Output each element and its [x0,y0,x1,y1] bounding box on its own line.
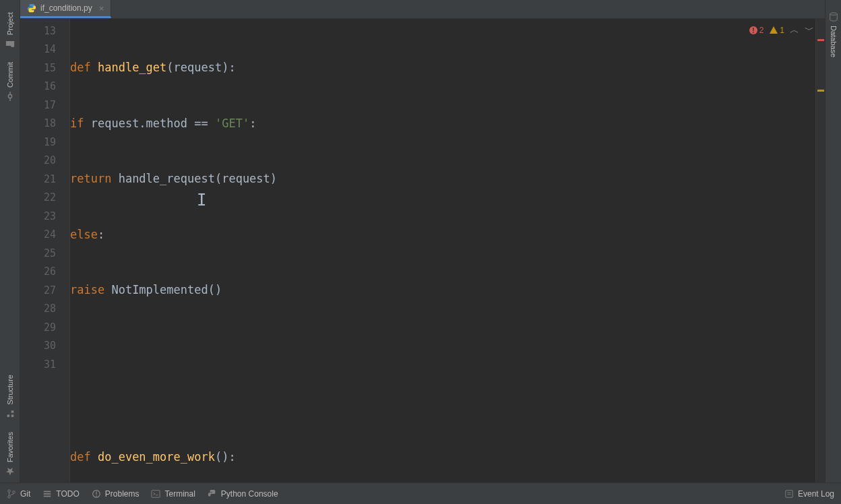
warning-indicator[interactable]: 1 [769,26,784,35]
python-icon [208,489,217,499]
folder-icon [5,39,15,49]
keyword: def [70,59,98,77]
line-number: 14 [20,40,69,59]
line-number: 15 [20,59,69,77]
git-branch-icon [7,489,16,499]
terminal-tool[interactable]: Terminal [151,489,195,499]
status-bar: Git TODO Problems Terminal Python Consol… [0,482,841,504]
code-text: handle_request(request) [119,170,277,189]
function-name: handle_get [98,59,166,77]
line-number: 28 [20,300,69,319]
event-log-tool[interactable]: Event Log [784,489,834,499]
line-number: 27 [20,281,69,300]
keyword: return [70,170,119,189]
editor: 13 14 15 16 17 18 19 20 21 22 23 24 25 2… [20,19,825,482]
project-label: Project [6,12,14,35]
line-number: 30 [20,337,69,356]
line-number: 22 [20,189,69,208]
svg-rect-5 [11,410,13,413]
svg-point-17 [96,495,97,497]
python-file-icon [27,3,36,13]
line-number: 24 [20,226,69,245]
git-tool[interactable]: Git [7,489,30,499]
close-icon[interactable]: × [99,3,104,13]
database-icon [829,12,838,22]
prev-highlight-button[interactable]: ︿ [790,24,799,36]
structure-label: Structure [6,375,14,405]
function-name: do_even_more_work [98,448,215,467]
todo-tool[interactable]: TODO [42,489,79,499]
commit-tool[interactable]: Commit [5,55,15,108]
svg-rect-3 [11,415,13,418]
keyword: else [70,226,98,245]
warning-icon [769,26,778,35]
code-text: NotImplemented() [111,281,222,300]
code-text: (): [215,448,236,467]
problems-icon [92,489,101,499]
right-tool-sidebar: Database [825,0,841,482]
line-number: 16 [20,77,69,96]
git-label: Git [20,489,30,499]
keyword: raise [70,281,111,300]
line-number: 18 [20,115,69,133]
svg-point-10 [8,495,11,498]
svg-rect-19 [786,490,793,497]
keyword: if [70,115,91,133]
error-mark[interactable] [817,39,824,41]
line-number: 25 [20,244,69,263]
line-number: 13 [20,22,69,40]
mouse-cursor-ibeam: I [197,191,206,210]
line-number: 31 [20,355,69,374]
structure-icon [5,409,15,418]
star-icon [5,466,15,476]
file-tab[interactable]: if_condition.py × [20,0,111,18]
code-text: (request): [166,59,235,77]
left-tool-sidebar: Project Commit Structure Favorites [0,0,20,482]
code-text: request.method == [91,115,215,133]
line-number: 21 [20,170,69,189]
database-tool[interactable]: Database [829,5,838,64]
code-text: : [98,226,104,245]
svg-text:!: ! [752,27,754,34]
svg-point-0 [8,95,11,98]
error-count: 2 [759,26,764,35]
error-icon: ! [749,26,758,35]
favorites-tool[interactable]: Favorites [5,425,15,482]
event-log-label: Event Log [798,489,834,499]
keyword: def [70,448,98,467]
python-console-label: Python Console [221,489,278,499]
svg-point-6 [830,13,837,15]
warning-count: 1 [780,26,784,35]
code-text: : [249,115,256,133]
gutter[interactable]: 13 14 15 16 17 18 19 20 21 22 23 24 25 2… [20,19,70,482]
favorites-label: Favorites [6,432,14,462]
svg-rect-18 [152,490,160,497]
code-area[interactable]: def handle_get(request): if request.meth… [70,19,825,482]
line-number: 20 [20,152,69,170]
editor-tab-bar: if_condition.py × [20,0,825,19]
line-number: 19 [20,133,69,152]
line-number: 29 [20,318,69,337]
problems-tool[interactable]: Problems [92,489,139,499]
list-icon [42,489,52,499]
warning-mark[interactable] [817,90,824,92]
problems-label: Problems [105,489,139,499]
line-number: 26 [20,263,69,282]
error-stripe[interactable] [815,19,825,482]
string: 'GET' [215,115,249,133]
structure-tool[interactable]: Structure [5,368,15,425]
commit-label: Commit [6,62,14,88]
svg-point-11 [13,491,15,493]
line-number: 23 [20,207,69,226]
project-tool[interactable]: Project [5,5,15,55]
error-indicator[interactable]: ! 2 [749,26,764,35]
file-tab-label: if_condition.py [40,3,92,13]
svg-point-9 [8,489,11,492]
line-number: 17 [20,96,69,115]
terminal-icon [151,489,160,499]
commit-icon [5,92,15,101]
python-console-tool[interactable]: Python Console [208,489,278,499]
terminal-label: Terminal [164,489,195,499]
svg-rect-4 [7,415,9,418]
next-highlight-button[interactable]: ﹀ [805,24,814,36]
